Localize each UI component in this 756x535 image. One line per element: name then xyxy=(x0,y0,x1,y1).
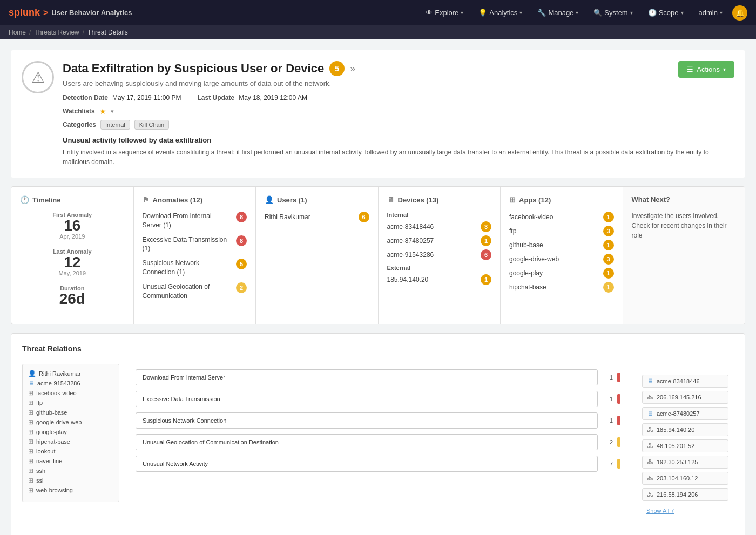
graph-node-app-hipchat[interactable]: ⊞ hipchat-base xyxy=(28,438,113,445)
threat-header: ☰ Actions ▾ ⚠ Data Exfiltration by Suspi… xyxy=(11,50,745,178)
nav-analytics[interactable]: 💡 Analytics ▾ xyxy=(473,5,528,20)
app-node-icon-3: ⊞ xyxy=(28,409,33,416)
graph-node-app-github[interactable]: ⊞ github-base xyxy=(28,409,113,416)
actions-button[interactable]: ☰ Actions ▾ xyxy=(678,61,734,78)
breadcrumb-threats-review[interactable]: Threats Review xyxy=(34,29,79,36)
stats-panels: 🕐 Timeline First Anomaly 16 Apr, 2019 La… xyxy=(11,186,745,324)
scope-icon: 🕐 xyxy=(648,9,657,17)
apps-panel: ⊞ Apps (12) facebook-video 1 ftp 3 githu… xyxy=(501,187,623,324)
app-ftp[interactable]: ftp 3 xyxy=(509,226,614,236)
graph-node-ip-203[interactable]: 🖧 203.104.160.12 xyxy=(642,472,728,485)
graph-node-app-webbrowsing[interactable]: ⊞ web-browsing xyxy=(28,486,113,494)
app-facebook[interactable]: facebook-video 1 xyxy=(509,212,614,222)
nav-system[interactable]: 🔍 System ▾ xyxy=(588,5,638,20)
system-arrow: ▾ xyxy=(630,10,633,16)
what-next-panel: What Next? Investigate the users involve… xyxy=(623,187,745,324)
brand-logo[interactable]: splunk > User Behavior Analytics xyxy=(9,7,132,18)
app-node-icon-10: ⊞ xyxy=(28,477,33,484)
right-ip-icon-3: 🖧 xyxy=(647,442,653,450)
threat-graph: 👤 Rithi Ravikumar 🖥 acme-91543286 ⊞ face… xyxy=(22,364,734,535)
graph-node-app-gplay[interactable]: ⊞ google-play xyxy=(28,428,113,436)
graph-node-acme87[interactable]: 🖥 acme-87480257 xyxy=(642,407,728,420)
users-icon: 👤 xyxy=(265,195,274,204)
admin-arrow: ▾ xyxy=(720,10,723,16)
user-rithi[interactable]: Rithi Ravikumar 6 xyxy=(265,212,369,222)
graph-node-ip-46[interactable]: 🖧 46.105.201.52 xyxy=(642,439,728,452)
desc-title: Unusual activity followed by data exfilt… xyxy=(63,136,734,144)
anomaly-download[interactable]: Download From Internal Server (1) 8 xyxy=(143,212,247,230)
actions-chevron: ▾ xyxy=(723,66,726,72)
graph-node-acme83[interactable]: 🖥 acme-83418446 xyxy=(642,375,728,388)
nav-manage[interactable]: 🔧 Manage ▾ xyxy=(532,5,584,20)
graph-node-user[interactable]: 👤 Rithi Ravikumar xyxy=(28,370,113,377)
anomaly-excessive[interactable]: Excessive Data Transmission (1) 8 xyxy=(143,235,247,254)
timeline-title: Timeline xyxy=(32,196,61,204)
device-acme3[interactable]: acme-91543286 6 xyxy=(387,249,492,260)
bell-icon: 🔔 xyxy=(735,9,745,17)
graph-node-app-ssh[interactable]: ⊞ ssh xyxy=(28,467,113,475)
app-node-icon-4: ⊞ xyxy=(28,418,33,426)
right-ip-icon-1: 🖧 xyxy=(647,394,653,401)
watchlist-dropdown[interactable]: ▾ xyxy=(111,108,114,115)
nav-explore[interactable]: 👁 Explore ▾ xyxy=(420,5,469,20)
right-ip-icon-6: 🖧 xyxy=(647,491,653,498)
threat-more-icon[interactable]: » xyxy=(350,63,355,75)
device-node-icon-1: 🖥 xyxy=(28,380,35,387)
manage-icon: 🔧 xyxy=(537,9,546,17)
show-all-link[interactable]: Show All 7 xyxy=(646,507,674,514)
apps-icon: ⊞ xyxy=(509,195,516,204)
graph-node-app-ftp[interactable]: ⊞ ftp xyxy=(28,399,113,407)
graph-node-app-lookout[interactable]: ⊞ lookout xyxy=(28,448,113,455)
graph-node-ip-185[interactable]: 🖧 185.94.140.20 xyxy=(642,423,728,436)
graph-node-ip-192[interactable]: 🖧 192.30.253.125 xyxy=(642,456,728,469)
anomaly-badge-4: 2 xyxy=(236,282,247,293)
anomaly-bar-excessive xyxy=(617,394,620,404)
graph-anomaly-excessive[interactable]: Excessive Data Transmission 1 xyxy=(136,391,620,407)
categories-label: Categories xyxy=(63,121,96,128)
user-badge: 6 xyxy=(359,212,369,222)
watchlist-star[interactable]: ★ xyxy=(99,107,106,116)
explore-label: Explore xyxy=(435,9,458,17)
detection-date: Detection Date May 17, 2019 11:00 PM xyxy=(63,94,181,101)
anomaly-bar-geolocation xyxy=(617,437,620,447)
graph-node-app-naver[interactable]: ⊞ naver-line xyxy=(28,457,113,465)
users-panel: 👤 Users (1) Rithi Ravikumar 6 xyxy=(256,187,379,324)
graph-node-app-ssl[interactable]: ⊞ ssl xyxy=(28,477,113,484)
actions-label: Actions xyxy=(697,65,720,73)
app-gdrive[interactable]: google-drive-web 3 xyxy=(509,254,614,265)
graph-node-ip-216[interactable]: 🖧 216.58.194.206 xyxy=(642,488,728,501)
graph-node-app-facebook[interactable]: ⊞ facebook-video xyxy=(28,389,113,397)
device-acme1[interactable]: acme-83418446 3 xyxy=(387,221,492,232)
app-gplay[interactable]: google-play 1 xyxy=(509,268,614,279)
scope-label: Scope xyxy=(659,9,679,17)
graph-anomaly-download[interactable]: Download From Internal Server 1 xyxy=(136,369,620,385)
graph-node-app-gdrive[interactable]: ⊞ google-drive-web xyxy=(28,418,113,426)
graph-node-device-acme91[interactable]: 🖥 acme-91543286 xyxy=(28,380,113,387)
nav-admin[interactable]: admin ▾ xyxy=(693,5,728,20)
nav-scope[interactable]: 🕐 Scope ▾ xyxy=(643,5,689,20)
threat-warning-icon: ⚠ xyxy=(22,61,54,93)
analytics-icon: 💡 xyxy=(478,9,487,17)
breadcrumb-home[interactable]: Home xyxy=(9,29,26,36)
graph-anomaly-geolocation[interactable]: Unusual Geolocation of Communication Des… xyxy=(136,434,620,450)
anomaly-bar-download xyxy=(617,373,620,382)
graph-node-ip-206[interactable]: 🖧 206.169.145.216 xyxy=(642,391,728,404)
device-ip1[interactable]: 185.94.140.20 1 xyxy=(387,274,492,285)
analytics-label: Analytics xyxy=(489,9,517,17)
app-github[interactable]: github-base 1 xyxy=(509,240,614,250)
last-update-label: Last Update xyxy=(197,94,234,101)
device-acme2[interactable]: acme-87480257 1 xyxy=(387,235,492,246)
anomaly-badge-3: 5 xyxy=(236,259,247,269)
anomaly-geolocation[interactable]: Unusual Geolocation of Communication 2 xyxy=(143,282,247,301)
graph-anomaly-unusual[interactable]: Unusual Network Activity 7 xyxy=(136,456,620,472)
anomalies-title: Anomalies (12) xyxy=(153,196,202,204)
admin-label: admin xyxy=(699,9,718,17)
brand-arrow: > xyxy=(43,8,48,18)
graph-anomaly-suspicious[interactable]: Suspicious Network Connection 1 xyxy=(136,412,620,429)
app-hipchat[interactable]: hipchat-base 1 xyxy=(509,282,614,293)
anomaly-suspicious[interactable]: Suspicious Network Connection (1) 5 xyxy=(143,259,247,277)
top-navigation: splunk > User Behavior Analytics 👁 Explo… xyxy=(0,0,756,25)
analytics-arrow: ▾ xyxy=(519,10,522,16)
anomalies-panel: ⚑ Anomalies (12) Download From Internal … xyxy=(134,187,256,324)
notification-bell[interactable]: 🔔 xyxy=(732,5,747,21)
